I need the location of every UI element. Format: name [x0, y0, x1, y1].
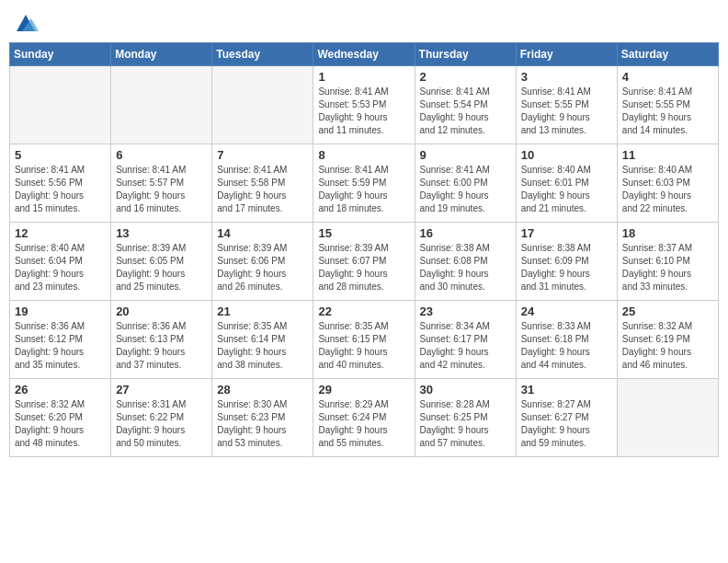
calendar-cell: 3Sunrise: 8:41 AM Sunset: 5:55 PM Daylig…: [516, 66, 617, 144]
day-info: Sunrise: 8:41 AM Sunset: 5:59 PM Dayligh…: [318, 164, 409, 215]
day-number: 21: [217, 304, 308, 318]
day-number: 14: [217, 226, 308, 240]
calendar-cell: 4Sunrise: 8:41 AM Sunset: 5:55 PM Daylig…: [617, 66, 718, 144]
day-number: 9: [420, 148, 511, 162]
day-info: Sunrise: 8:35 AM Sunset: 6:14 PM Dayligh…: [217, 320, 308, 372]
weekday-header-friday: Friday: [516, 43, 617, 66]
day-number: 28: [217, 383, 308, 396]
day-info: Sunrise: 8:28 AM Sunset: 6:25 PM Dayligh…: [420, 398, 511, 450]
day-number: 31: [521, 383, 612, 396]
calendar-cell: 11Sunrise: 8:40 AM Sunset: 6:03 PM Dayli…: [617, 144, 718, 223]
calendar-cell: 13Sunrise: 8:39 AM Sunset: 6:05 PM Dayli…: [111, 223, 212, 301]
day-number: 5: [15, 148, 106, 162]
day-number: 6: [116, 148, 207, 162]
calendar-cell: 15Sunrise: 8:39 AM Sunset: 6:07 PM Dayli…: [313, 223, 415, 301]
day-number: 22: [318, 304, 409, 318]
calendar-cell: 12Sunrise: 8:40 AM Sunset: 6:04 PM Dayli…: [10, 223, 111, 301]
calendar-cell: 29Sunrise: 8:29 AM Sunset: 6:24 PM Dayli…: [313, 379, 415, 457]
day-info: Sunrise: 8:35 AM Sunset: 6:15 PM Dayligh…: [318, 320, 409, 372]
calendar-cell: 28Sunrise: 8:30 AM Sunset: 6:23 PM Dayli…: [212, 379, 313, 457]
weekday-header-thursday: Thursday: [415, 43, 516, 66]
calendar-cell: 5Sunrise: 8:41 AM Sunset: 5:56 PM Daylig…: [10, 144, 111, 223]
weekday-header-sunday: Sunday: [10, 43, 111, 66]
calendar-cell: 18Sunrise: 8:37 AM Sunset: 6:10 PM Dayli…: [617, 223, 718, 301]
calendar-cell: 21Sunrise: 8:35 AM Sunset: 6:14 PM Dayli…: [212, 301, 313, 379]
day-info: Sunrise: 8:41 AM Sunset: 5:58 PM Dayligh…: [217, 164, 308, 215]
day-number: 25: [622, 304, 713, 318]
day-info: Sunrise: 8:37 AM Sunset: 6:10 PM Dayligh…: [622, 242, 713, 293]
day-number: 17: [521, 226, 612, 240]
day-number: 18: [622, 226, 713, 240]
calendar-cell: 19Sunrise: 8:36 AM Sunset: 6:12 PM Dayli…: [10, 301, 111, 379]
day-info: Sunrise: 8:41 AM Sunset: 5:55 PM Dayligh…: [622, 86, 713, 137]
day-number: 4: [622, 70, 713, 84]
day-number: 2: [420, 70, 511, 84]
calendar-cell: 16Sunrise: 8:38 AM Sunset: 6:08 PM Dayli…: [415, 223, 516, 301]
day-info: Sunrise: 8:32 AM Sunset: 6:20 PM Dayligh…: [15, 398, 106, 450]
day-info: Sunrise: 8:29 AM Sunset: 6:24 PM Dayligh…: [318, 398, 409, 450]
calendar-cell: 2Sunrise: 8:41 AM Sunset: 5:54 PM Daylig…: [415, 66, 516, 144]
day-number: 3: [521, 70, 612, 84]
day-number: 29: [318, 383, 409, 396]
day-info: Sunrise: 8:39 AM Sunset: 6:07 PM Dayligh…: [318, 242, 409, 293]
day-info: Sunrise: 8:40 AM Sunset: 6:03 PM Dayligh…: [622, 164, 713, 215]
day-number: 1: [318, 70, 409, 84]
day-number: 20: [116, 304, 207, 318]
calendar-cell: 22Sunrise: 8:35 AM Sunset: 6:15 PM Dayli…: [313, 301, 415, 379]
day-info: Sunrise: 8:31 AM Sunset: 6:22 PM Dayligh…: [116, 398, 207, 450]
day-info: Sunrise: 8:33 AM Sunset: 6:18 PM Dayligh…: [521, 320, 612, 372]
day-info: Sunrise: 8:36 AM Sunset: 6:13 PM Dayligh…: [116, 320, 207, 372]
weekday-header-saturday: Saturday: [617, 43, 718, 66]
calendar-cell: 27Sunrise: 8:31 AM Sunset: 6:22 PM Dayli…: [111, 379, 212, 457]
calendar-cell: 26Sunrise: 8:32 AM Sunset: 6:20 PM Dayli…: [10, 379, 111, 457]
calendar-table: SundayMondayTuesdayWednesdayThursdayFrid…: [9, 42, 719, 457]
day-number: 7: [217, 148, 308, 162]
calendar-cell: 10Sunrise: 8:40 AM Sunset: 6:01 PM Dayli…: [516, 144, 617, 223]
calendar-cell: [212, 66, 313, 144]
week-row-3: 12Sunrise: 8:40 AM Sunset: 6:04 PM Dayli…: [10, 223, 719, 301]
calendar-cell: 6Sunrise: 8:41 AM Sunset: 5:57 PM Daylig…: [111, 144, 212, 223]
day-info: Sunrise: 8:36 AM Sunset: 6:12 PM Dayligh…: [15, 320, 106, 372]
logo-icon: [13, 9, 39, 35]
day-info: Sunrise: 8:40 AM Sunset: 6:04 PM Dayligh…: [15, 242, 106, 293]
calendar-cell: 1Sunrise: 8:41 AM Sunset: 5:53 PM Daylig…: [313, 66, 415, 144]
weekday-header-monday: Monday: [111, 43, 212, 66]
day-number: 10: [521, 148, 612, 162]
day-info: Sunrise: 8:32 AM Sunset: 6:19 PM Dayligh…: [622, 320, 713, 372]
day-info: Sunrise: 8:41 AM Sunset: 5:55 PM Dayligh…: [521, 86, 612, 137]
calendar-cell: 31Sunrise: 8:27 AM Sunset: 6:27 PM Dayli…: [516, 379, 617, 457]
weekday-header-row: SundayMondayTuesdayWednesdayThursdayFrid…: [10, 43, 719, 66]
day-number: 19: [15, 304, 106, 318]
day-info: Sunrise: 8:41 AM Sunset: 6:00 PM Dayligh…: [420, 164, 511, 215]
weekday-header-wednesday: Wednesday: [313, 43, 415, 66]
calendar-cell: [617, 379, 718, 457]
day-number: 26: [15, 383, 106, 396]
calendar-cell: 9Sunrise: 8:41 AM Sunset: 6:00 PM Daylig…: [415, 144, 516, 223]
week-row-2: 5Sunrise: 8:41 AM Sunset: 5:56 PM Daylig…: [10, 144, 719, 223]
weekday-header-tuesday: Tuesday: [212, 43, 313, 66]
day-info: Sunrise: 8:39 AM Sunset: 6:05 PM Dayligh…: [116, 242, 207, 293]
calendar-cell: 20Sunrise: 8:36 AM Sunset: 6:13 PM Dayli…: [111, 301, 212, 379]
day-info: Sunrise: 8:41 AM Sunset: 5:53 PM Dayligh…: [318, 86, 409, 137]
day-info: Sunrise: 8:41 AM Sunset: 5:57 PM Dayligh…: [116, 164, 207, 215]
calendar-cell: 17Sunrise: 8:38 AM Sunset: 6:09 PM Dayli…: [516, 223, 617, 301]
day-number: 12: [15, 226, 106, 240]
day-info: Sunrise: 8:41 AM Sunset: 5:54 PM Dayligh…: [420, 86, 511, 137]
page: SundayMondayTuesdayWednesdayThursdayFrid…: [0, 0, 728, 466]
week-row-4: 19Sunrise: 8:36 AM Sunset: 6:12 PM Dayli…: [10, 301, 719, 379]
day-number: 23: [420, 304, 511, 318]
calendar-cell: 7Sunrise: 8:41 AM Sunset: 5:58 PM Daylig…: [212, 144, 313, 223]
calendar-cell: [10, 66, 111, 144]
day-number: 27: [116, 383, 207, 396]
day-info: Sunrise: 8:27 AM Sunset: 6:27 PM Dayligh…: [521, 398, 612, 450]
day-info: Sunrise: 8:40 AM Sunset: 6:01 PM Dayligh…: [521, 164, 612, 215]
day-number: 11: [622, 148, 713, 162]
day-number: 24: [521, 304, 612, 318]
calendar-cell: 24Sunrise: 8:33 AM Sunset: 6:18 PM Dayli…: [516, 301, 617, 379]
day-info: Sunrise: 8:41 AM Sunset: 5:56 PM Dayligh…: [15, 164, 106, 215]
calendar-cell: [111, 66, 212, 144]
day-number: 13: [116, 226, 207, 240]
day-number: 8: [318, 148, 409, 162]
calendar-cell: 8Sunrise: 8:41 AM Sunset: 5:59 PM Daylig…: [313, 144, 415, 223]
calendar-cell: 25Sunrise: 8:32 AM Sunset: 6:19 PM Dayli…: [617, 301, 718, 379]
